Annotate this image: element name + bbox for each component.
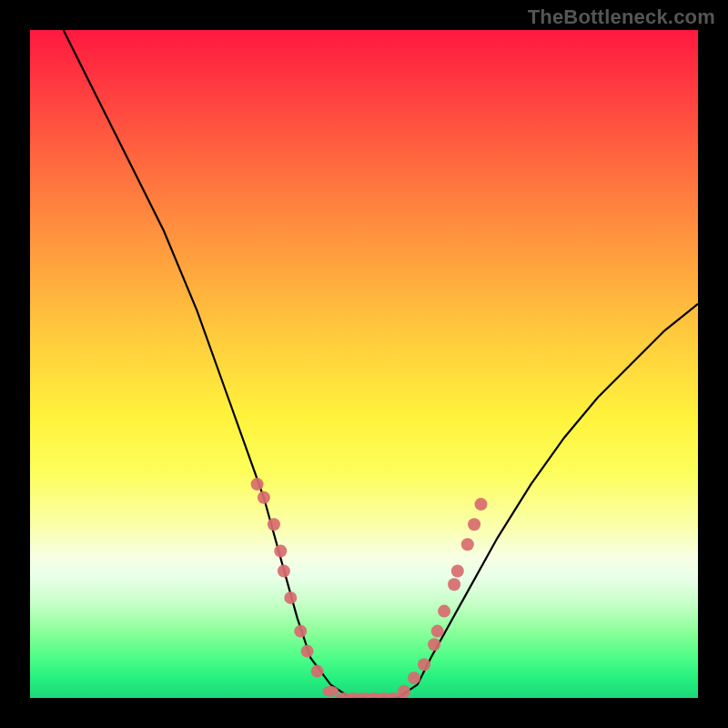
data-point xyxy=(475,498,488,511)
data-point xyxy=(311,665,324,678)
data-point xyxy=(431,625,444,638)
data-point xyxy=(418,658,430,671)
watermark-text: TheBottleneck.com xyxy=(528,5,715,29)
data-point xyxy=(451,565,464,578)
data-point xyxy=(278,565,290,578)
curve-path-group xyxy=(64,30,698,698)
data-point xyxy=(448,578,460,591)
chart-container: TheBottleneck.com xyxy=(0,0,728,728)
plot-area xyxy=(30,30,698,698)
data-point xyxy=(251,478,264,490)
data-point xyxy=(268,518,280,531)
curve-svg xyxy=(30,30,698,698)
data-point xyxy=(284,592,297,604)
data-point xyxy=(294,625,307,638)
data-point xyxy=(428,638,440,651)
data-point xyxy=(408,672,420,684)
data-point xyxy=(301,645,314,658)
data-point xyxy=(461,538,474,551)
data-point xyxy=(438,605,450,618)
data-point xyxy=(468,518,480,531)
data-point xyxy=(398,685,410,698)
data-point xyxy=(274,545,287,558)
data-point xyxy=(322,686,339,697)
data-point xyxy=(258,491,270,504)
bottleneck-curve-path xyxy=(64,30,698,698)
marker-group xyxy=(251,478,488,698)
